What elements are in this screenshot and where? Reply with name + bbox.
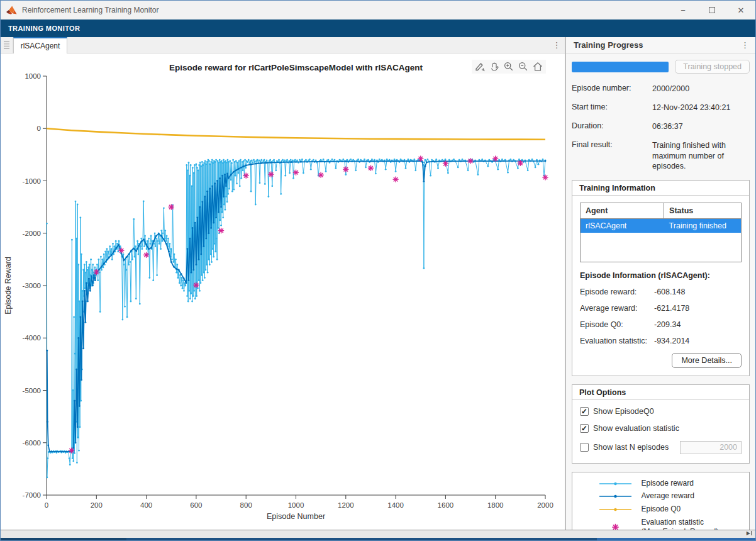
final-result-value: Training finished with maximum number of…	[652, 140, 750, 172]
tab-grip-handle[interactable]	[1, 37, 13, 53]
legend-entry-1: Episode reward	[576, 479, 745, 489]
zoom-in-icon[interactable]	[503, 60, 515, 73]
app-window: Reinforcement Learning Training Monitor …	[0, 0, 756, 541]
series-episode-reward	[46, 159, 546, 478]
average-reward-label: Average reward:	[580, 304, 654, 313]
episode-q0-label: Episode Q0:	[580, 320, 654, 329]
show-episodeq0-option[interactable]: ✓ Show EpisodeQ0	[580, 407, 742, 416]
svg-text:1000: 1000	[288, 501, 304, 509]
more-details-button[interactable]: More Details...	[672, 353, 742, 368]
legend-label: Episode Q0	[642, 505, 725, 515]
show-last-n-episodes-label: Show last N episodes	[593, 443, 669, 452]
agents-table: Agent Status rlSACAgent Training finishe…	[580, 203, 742, 262]
y-axis-label: Episode Reward	[4, 257, 13, 315]
training-stopped-button: Training stopped	[675, 60, 750, 74]
evaluation-statistic-value: -934.2014	[654, 337, 689, 345]
matlab-logo-icon	[6, 6, 17, 15]
duration-row: Duration: 06:36:37	[572, 121, 750, 132]
maximize-button[interactable]	[698, 1, 726, 20]
start-time-label: Start time:	[572, 103, 652, 113]
training-plot[interactable]: Episode reward for rlCartPoleSimscapeMod…	[1, 53, 565, 532]
close-button[interactable]: ✕	[726, 1, 755, 20]
episode-q0-row: Episode Q0: -209.34	[580, 320, 742, 329]
line-swatch-icon	[598, 480, 634, 488]
tab-rlsacagent[interactable]: rlSACAgent	[13, 37, 67, 53]
svg-text:1400: 1400	[387, 501, 404, 509]
svg-text:-4000: -4000	[23, 334, 41, 342]
svg-text:-6000: -6000	[23, 439, 41, 447]
ribbon-tab-training-monitor[interactable]: TRAINING MONITOR	[1, 20, 87, 37]
episode-q0-value: -209.34	[654, 320, 681, 329]
svg-text:200: 200	[91, 501, 103, 509]
window-title: Reinforcement Learning Training Monitor	[22, 6, 158, 14]
episode-reward-row: Episode reward: -608.148	[580, 287, 742, 296]
series-episode-q0	[47, 128, 545, 139]
svg-text:1800: 1800	[487, 501, 504, 509]
duration-value: 06:36:37	[652, 121, 750, 132]
legend-entry-4: Evaluation statistic(MeanEpisodeReward)	[576, 518, 745, 530]
asterisk-marker-icon	[598, 521, 634, 530]
zoom-out-icon[interactable]	[517, 60, 530, 73]
tab-menu-kebab-icon[interactable]: ⋮	[548, 37, 565, 53]
show-last-n-episodes-checkbox[interactable]	[580, 443, 589, 452]
duration-label: Duration:	[572, 121, 652, 132]
ribbon: TRAINING MONITOR	[1, 20, 755, 37]
episode-information-title: Episode Information (rlSACAgent):	[580, 271, 742, 280]
plot-options-title: Plot Options	[572, 385, 749, 400]
average-reward-value: -621.4178	[654, 304, 689, 313]
show-evaluation-statistic-option[interactable]: ✓ Show evaluation statistic	[580, 424, 742, 433]
training-progress-panel: Training Progress ⋮ Training stopped Epi…	[566, 37, 755, 530]
pan-hand-icon[interactable]	[488, 60, 501, 73]
series-evaluation-statistic-meanepisodereward	[69, 156, 548, 454]
episode-number-label: Episode number:	[572, 84, 652, 94]
table-empty-area	[581, 233, 742, 262]
episode-reward-value: -608.148	[654, 287, 685, 296]
table-row[interactable]: rlSACAgent Training finished	[581, 219, 742, 233]
legend-label: Average reward	[642, 491, 725, 501]
svg-text:-1000: -1000	[23, 177, 41, 185]
svg-text:2000: 2000	[537, 501, 553, 509]
line-swatch-icon	[598, 506, 634, 513]
x-axis-label: Episode Number	[267, 512, 325, 521]
show-last-n-episodes-option[interactable]: Show last N episodes	[580, 441, 742, 454]
final-result-row: Final result: Training finished with max…	[572, 140, 750, 172]
start-time-row: Start time: 12-Nov-2024 23:40:21	[572, 103, 750, 113]
chart-title: Episode reward for rlCartPoleSimscapeMod…	[169, 63, 423, 72]
episode-reward-label: Episode reward:	[580, 287, 654, 296]
panel-menu-kebab-icon[interactable]: ⋮	[741, 40, 749, 50]
n-episodes-input[interactable]	[680, 441, 742, 454]
legend-entry-3: Episode Q0	[576, 505, 745, 515]
average-reward-row: Average reward: -621.4178	[580, 304, 742, 313]
svg-text:-5000: -5000	[23, 387, 41, 394]
svg-text:0: 0	[37, 125, 41, 132]
evaluation-statistic-label: Evaluation statistic:	[580, 337, 654, 345]
status-cell: Training finished	[664, 219, 742, 233]
final-result-label: Final result:	[572, 140, 652, 172]
training-information-section: Training Information Agent Status rlSACA…	[572, 180, 750, 376]
export-brush-icon[interactable]	[474, 60, 486, 73]
series-average-reward	[46, 160, 546, 453]
progress-fill	[572, 62, 669, 72]
panel-title: Training Progress	[574, 40, 643, 50]
agents-table-header-agent: Agent	[581, 203, 664, 219]
status-bar: ▶	[1, 530, 755, 538]
svg-text:-7000: -7000	[23, 491, 41, 499]
svg-text:1000: 1000	[25, 72, 41, 80]
evaluation-statistic-row: Evaluation statistic: -934.2014	[580, 337, 742, 345]
maximize-icon	[709, 7, 715, 13]
panel-header: Training Progress ⋮	[566, 37, 755, 53]
restore-home-icon[interactable]	[531, 60, 544, 73]
title-bar: Reinforcement Learning Training Monitor …	[1, 1, 755, 20]
agents-table-header-status: Status	[664, 203, 742, 219]
bottom-edge-strip	[1, 538, 755, 540]
svg-text:0: 0	[45, 501, 48, 509]
show-episodeq0-checkbox[interactable]: ✓	[580, 407, 589, 416]
minimize-button[interactable]: −	[669, 1, 698, 20]
show-episodeq0-label: Show EpisodeQ0	[593, 407, 654, 416]
show-evaluation-statistic-checkbox[interactable]: ✓	[580, 424, 589, 433]
start-time-value: 12-Nov-2024 23:40:21	[652, 103, 750, 113]
agent-cell: rlSACAgent	[581, 219, 664, 233]
legend-label: Episode reward	[642, 479, 725, 489]
plot-legend: Episode rewardAverage rewardEpisode Q0Ev…	[572, 472, 750, 530]
expand-statusbar-icon[interactable]: ▶	[747, 530, 752, 536]
